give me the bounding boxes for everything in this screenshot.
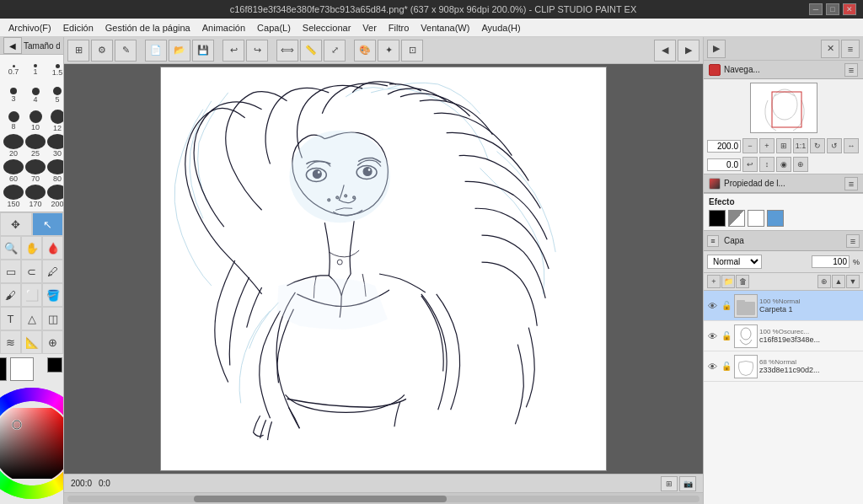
zoom-out-btn[interactable]: − [742,138,758,153]
menu-ayuda[interactable]: Ayuda(H) [476,21,525,35]
cursor-tool[interactable]: ↖ [32,212,64,236]
hand-tool[interactable]: ✋ [21,236,42,260]
brush-size-item[interactable]: 12 [47,109,64,132]
brush-size-item[interactable]: 5 [47,83,64,107]
flip-v-btn[interactable]: ↕ [759,157,775,172]
scroll-right[interactable]: ▶ [678,40,700,62]
layer-3-lock[interactable]: 🔓 [721,361,732,373]
new-layer[interactable]: 📄 [145,40,167,62]
brush-size-item[interactable]: 10 [25,109,46,132]
brush-size-item[interactable]: 150 [3,185,24,208]
layer-item-2[interactable]: 👁 🔓 100 %Oscurec... c16f81 [704,321,863,351]
layer-2-lock[interactable]: 🔓 [721,330,732,342]
effect-swatch-white[interactable] [748,210,764,227]
layer-move-tool[interactable]: ⊕ [42,330,63,354]
layer-opacity-input[interactable] [812,255,850,268]
toolbar-collapse-left[interactable]: ◀ [3,37,22,54]
brush-size-item[interactable]: 60 [3,159,24,183]
zoom-1-1-btn[interactable]: 1:1 [793,138,808,153]
merge-layer-btn[interactable]: ⊕ [817,275,831,288]
brush-size-item[interactable]: 20 [3,134,24,158]
right-panel-icon-1[interactable]: ✕ [821,40,839,58]
color-wheel-container[interactable] [0,384,64,502]
grid-toggle[interactable]: ⊞ [67,40,89,62]
rotation-input[interactable] [707,158,741,171]
brush-size-item[interactable]: 80 [47,159,64,183]
move-tool[interactable]: ✥ [0,212,32,236]
menu-filtro[interactable]: Filtro [383,21,414,35]
layer-blend-mode[interactable]: Normal Multiply Screen Overlay [707,255,762,269]
effect-swatch-black[interactable] [709,210,726,227]
reset-btn[interactable]: ◉ [776,157,791,172]
brush-size-item[interactable]: 0.7 [3,58,24,82]
color-adjust[interactable]: 🎨 [354,40,376,62]
pen-settings[interactable]: ✎ [115,40,137,62]
timeline-btn[interactable]: ⊞ [661,476,678,491]
navigator-tab-label[interactable]: Navega... [724,65,760,74]
gradient-tool[interactable]: ◫ [42,307,63,330]
close-button[interactable]: ✕ [843,3,856,15]
eraser-tool[interactable]: ⬜ [21,283,42,307]
layer-item-3[interactable]: 👁 🔓 68 %Normal z33d8e11c90d2... [704,351,863,382]
brush-size-item[interactable]: 4 [25,83,46,107]
zoom-in-btn[interactable]: + [759,138,775,153]
effect-swatch-checker[interactable] [728,210,745,227]
nav-extra-btn[interactable]: ⊕ [793,157,808,172]
scrollbar-thumb[interactable] [194,496,447,502]
transform[interactable]: ⤢ [324,40,346,62]
brush-size-item[interactable]: 8 [3,109,24,132]
symmetry[interactable]: ⟺ [276,40,298,62]
blend-tool[interactable]: ≋ [0,330,21,354]
save-file[interactable]: 💾 [192,40,214,62]
brush-size-item[interactable]: 30 [47,134,64,158]
eyedropper-tool[interactable]: 🩸 [42,236,63,260]
layer-down-btn[interactable]: ▼ [846,275,860,288]
rotate-ccw-btn[interactable]: ↺ [827,138,842,153]
menu-seleccionar[interactable]: Seleccionar [297,21,356,35]
new-folder-btn[interactable]: 📁 [721,275,735,288]
undo[interactable]: ↩ [222,40,244,62]
ruler[interactable]: 📏 [300,40,322,62]
menu-ver[interactable]: Ver [357,21,382,35]
brush-size-item[interactable]: 3 [3,83,24,107]
ruler-tool[interactable]: 📐 [21,330,42,354]
rotate-reset-btn[interactable]: ↩ [742,157,758,172]
open-file[interactable]: 📂 [169,40,190,62]
menu-ventana[interactable]: Ventana(W) [415,21,474,35]
new-layer-btn[interactable]: + [707,275,721,288]
delete-layer-btn[interactable]: 🗑 [736,275,749,288]
select-rect-tool[interactable]: ▭ [0,260,21,283]
right-panel-icon-2[interactable]: ≡ [841,40,860,58]
crop[interactable]: ⊡ [401,40,423,62]
brush-size-item[interactable]: 170 [25,185,46,208]
select-lasso-tool[interactable]: ⊂ [21,260,42,283]
effect-swatch-blue[interactable] [767,210,784,227]
scroll-left[interactable]: ◀ [654,40,676,62]
brush-size-item[interactable]: 200 [47,185,64,208]
sub-color-black[interactable] [47,357,62,373]
navigator-settings[interactable]: ≡ [844,63,858,77]
menu-archivo[interactable]: Archivo(F) [3,21,56,35]
zoom-input[interactable] [707,140,741,153]
shape-tool[interactable]: △ [21,307,42,330]
brush-tool[interactable]: 🖌 [0,283,21,307]
pen-tool[interactable]: 🖊 [42,260,63,283]
layer-item-folder[interactable]: 👁 🔓 100 %Normal Carpeta 1 [704,291,863,321]
horizontal-scrollbar[interactable] [64,492,703,504]
background-color[interactable] [10,357,34,381]
menu-edicion[interactable]: Edición [58,21,99,35]
color-wheel-canvas[interactable] [0,384,64,502]
rotate-cw-btn[interactable]: ↻ [810,138,825,153]
menu-capa[interactable]: Capa(L) [252,21,296,35]
filter[interactable]: ✦ [378,40,399,62]
canvas-settings[interactable]: ⚙ [91,40,113,62]
scrollbar-track[interactable] [67,496,700,502]
layer-panel-settings[interactable]: ≡ [846,234,860,248]
property-label[interactable]: Propiedad de l... [724,179,785,188]
brush-size-item[interactable]: 1 [25,58,46,82]
window-controls[interactable]: ─ □ ✕ [809,3,856,15]
layer-3-visibility[interactable]: 👁 [705,360,719,373]
maximize-button[interactable]: □ [826,3,839,15]
fill-tool[interactable]: 🪣 [42,283,63,307]
zoom-tool[interactable]: 🔍 [0,236,21,260]
